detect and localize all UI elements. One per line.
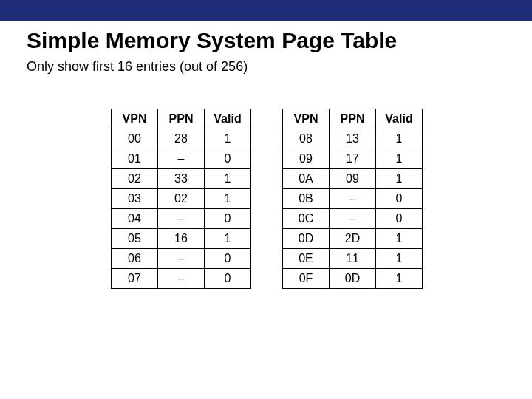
table-row: 08131 bbox=[283, 129, 423, 149]
page-table-container: VPN PPN Valid 00281 01–0 02331 03021 04–… bbox=[111, 109, 532, 289]
table-row: 0A091 bbox=[283, 169, 423, 189]
cell-ppn: – bbox=[158, 209, 205, 229]
table-header-row: VPN PPN Valid bbox=[112, 109, 251, 129]
table-row: 01–0 bbox=[112, 149, 251, 169]
page-table-left: VPN PPN Valid 00281 01–0 02331 03021 04–… bbox=[111, 109, 251, 289]
cell-ppn: 17 bbox=[330, 149, 376, 169]
cell-ppn: – bbox=[158, 249, 205, 269]
cell-vpn: 03 bbox=[112, 189, 158, 209]
col-vpn: VPN bbox=[112, 109, 158, 129]
cell-ppn: 02 bbox=[158, 189, 205, 209]
cell-vpn: 0E bbox=[283, 249, 330, 269]
cell-valid: 1 bbox=[376, 169, 423, 189]
cell-vpn: 01 bbox=[112, 149, 158, 169]
cell-valid: 1 bbox=[376, 249, 423, 269]
cell-valid: 0 bbox=[376, 209, 423, 229]
col-valid: Valid bbox=[376, 109, 423, 129]
cell-valid: 0 bbox=[205, 269, 251, 289]
cell-vpn: 02 bbox=[112, 169, 158, 189]
cell-vpn: 07 bbox=[112, 269, 158, 289]
cell-ppn: – bbox=[330, 209, 376, 229]
cell-valid: 0 bbox=[205, 209, 251, 229]
cell-ppn: 0D bbox=[330, 269, 376, 289]
cell-vpn: 00 bbox=[112, 129, 158, 149]
table-header-row: VPN PPN Valid bbox=[283, 109, 423, 129]
table-row: 0E111 bbox=[283, 249, 423, 269]
cell-ppn: – bbox=[158, 149, 205, 169]
table-row: 06–0 bbox=[112, 249, 251, 269]
cell-valid: 1 bbox=[376, 129, 423, 149]
cell-ppn: – bbox=[158, 269, 205, 289]
cell-valid: 0 bbox=[205, 149, 251, 169]
cell-ppn: – bbox=[330, 189, 376, 209]
slide-title: Simple Memory System Page Table bbox=[27, 28, 532, 53]
cell-vpn: 0A bbox=[283, 169, 330, 189]
cell-ppn: 33 bbox=[158, 169, 205, 189]
cell-valid: 0 bbox=[205, 249, 251, 269]
table-row: 02331 bbox=[112, 169, 251, 189]
cell-ppn: 09 bbox=[330, 169, 376, 189]
cell-vpn: 05 bbox=[112, 229, 158, 249]
table-row: 04–0 bbox=[112, 209, 251, 229]
table-row: 0F0D1 bbox=[283, 269, 423, 289]
col-vpn: VPN bbox=[283, 109, 330, 129]
cell-vpn: 08 bbox=[283, 129, 330, 149]
cell-vpn: 06 bbox=[112, 249, 158, 269]
cell-vpn: 0F bbox=[283, 269, 330, 289]
slide-top-bar bbox=[0, 0, 532, 21]
cell-valid: 1 bbox=[205, 129, 251, 149]
table-row: 0C–0 bbox=[283, 209, 423, 229]
cell-ppn: 16 bbox=[158, 229, 205, 249]
cell-valid: 1 bbox=[205, 229, 251, 249]
cell-vpn: 04 bbox=[112, 209, 158, 229]
cell-valid: 1 bbox=[376, 149, 423, 169]
col-ppn: PPN bbox=[330, 109, 376, 129]
cell-valid: 1 bbox=[376, 229, 423, 249]
cell-ppn: 2D bbox=[330, 229, 376, 249]
table-row: 05161 bbox=[112, 229, 251, 249]
table-row: 0B–0 bbox=[283, 189, 423, 209]
cell-valid: 0 bbox=[376, 189, 423, 209]
cell-vpn: 0D bbox=[283, 229, 330, 249]
slide-subtitle: Only show first 16 entries (out of 256) bbox=[27, 59, 532, 75]
table-row: 09171 bbox=[283, 149, 423, 169]
cell-valid: 1 bbox=[376, 269, 423, 289]
table-row: 03021 bbox=[112, 189, 251, 209]
cell-valid: 1 bbox=[205, 169, 251, 189]
page-table-right: VPN PPN Valid 08131 09171 0A091 0B–0 0C–… bbox=[282, 109, 423, 289]
cell-valid: 1 bbox=[205, 189, 251, 209]
cell-vpn: 0B bbox=[283, 189, 330, 209]
cell-ppn: 11 bbox=[330, 249, 376, 269]
cell-ppn: 28 bbox=[158, 129, 205, 149]
table-row: 07–0 bbox=[112, 269, 251, 289]
cell-ppn: 13 bbox=[330, 129, 376, 149]
col-valid: Valid bbox=[205, 109, 251, 129]
table-row: 0D2D1 bbox=[283, 229, 423, 249]
cell-vpn: 0C bbox=[283, 209, 330, 229]
cell-vpn: 09 bbox=[283, 149, 330, 169]
col-ppn: PPN bbox=[158, 109, 205, 129]
table-row: 00281 bbox=[112, 129, 251, 149]
